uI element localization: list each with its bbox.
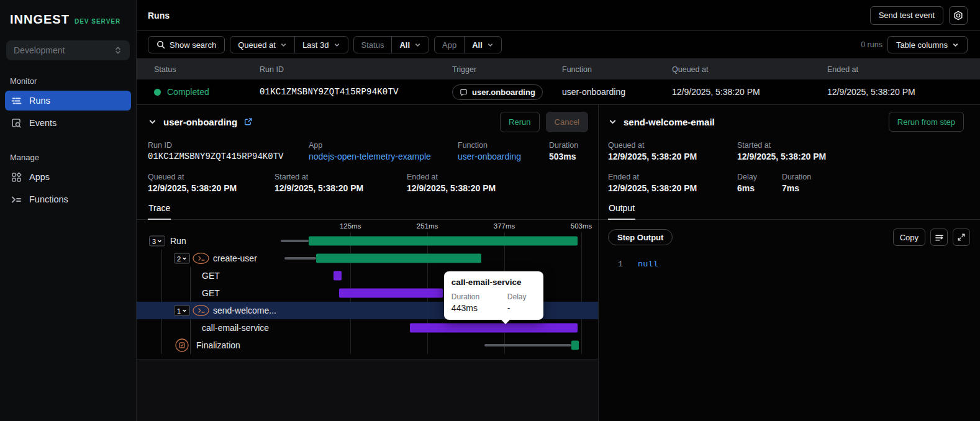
span-duration-bar[interactable] (339, 289, 443, 298)
search-icon (157, 40, 165, 49)
step-duration-field: Duration 7ms (782, 173, 970, 193)
app-field: App nodejs-open-telemetry-example (309, 141, 458, 161)
trace-row-run[interactable]: 3 Run (137, 232, 598, 250)
app-root: INNGEST DEV SERVER Development Monitor R… (0, 0, 980, 421)
status-dot-completed (154, 89, 161, 96)
output-toolbar: Step Output Copy (599, 220, 980, 246)
collapse-count-badge[interactable]: 3 (149, 236, 165, 247)
axis-tick-label: 503ms (571, 222, 592, 230)
environment-select[interactable]: Development (6, 40, 130, 60)
tooltip-duration-value: 443ms (451, 303, 507, 313)
collapse-count-badge[interactable]: 2 (174, 253, 190, 264)
show-search-button[interactable]: Show search (148, 36, 225, 53)
chevron-down-icon (182, 308, 187, 313)
started-at-field: Started at 12/9/2025, 5:38:20 PM (274, 173, 407, 193)
expand-button[interactable] (953, 229, 970, 246)
step-queued-at-field: Queued at 12/9/2025, 5:38:20 PM (608, 141, 737, 161)
axis-tick-label: 125ms (340, 222, 361, 230)
chevron-down-icon (414, 42, 421, 48)
runs-icon (11, 96, 22, 106)
function-link[interactable]: user-onboarding (458, 152, 549, 161)
tooltip-delay-value: - (507, 303, 536, 313)
runs-count: 0 runs (861, 40, 882, 49)
step-meta-row-2: Ended at 12/9/2025, 5:38:20 PM Delay 6ms… (599, 161, 980, 193)
trace-span-name: call-email-service (202, 323, 269, 333)
step-details-panel: send-welcome-email Rerun from step Queue… (598, 105, 980, 421)
step-ended-at-field: Ended at 12/9/2025, 5:38:20 PM (608, 173, 737, 193)
topbar: Runs Send test event (137, 0, 980, 31)
settings-button[interactable] (949, 6, 968, 25)
collapse-chevron-icon[interactable] (608, 117, 617, 127)
details-split: user-onboarding Rerun Cancel Run ID 01KC… (137, 105, 980, 421)
sidebar-item-label: Runs (29, 96, 50, 106)
axis-tick-label: 377ms (494, 222, 515, 230)
send-test-event-button[interactable]: Send test event (870, 6, 943, 25)
duration-field: Duration 503ms (549, 141, 588, 161)
step-output-badge: Step Output (608, 229, 673, 245)
span-duration-bar[interactable] (333, 271, 342, 281)
collapse-count-badge[interactable]: 1 (174, 306, 190, 316)
queue-delay-line (484, 344, 571, 346)
table-row[interactable]: Completed 01KC1ZMSBNY9ZQT415RP94K0TV use… (137, 79, 980, 105)
tooltip-title: call-email-service (451, 278, 536, 287)
trigger-pill[interactable]: user.onboarding (452, 84, 543, 100)
line-number: 1 (618, 260, 623, 269)
run-id-field: Run ID 01KC1ZMSBNY9ZQT415RP94K0TV (148, 141, 309, 161)
step-started-at-field: Started at 12/9/2025, 5:38:20 PM (737, 141, 970, 161)
chevron-down-icon (157, 238, 162, 243)
span-duration-bar[interactable] (410, 324, 578, 333)
trace-span-name: Run (170, 236, 186, 246)
external-link-icon[interactable] (243, 117, 253, 127)
logo-row: INNGEST DEV SERVER (0, 0, 136, 35)
status-filter-dropdown[interactable]: All (392, 37, 429, 53)
events-icon (11, 118, 22, 129)
column-header-queued-at: Queued at (672, 65, 827, 74)
queue-delay-line (284, 257, 316, 260)
span-duration-bar[interactable] (309, 237, 578, 246)
run-details-panel: user-onboarding Rerun Cancel Run ID 01KC… (137, 105, 598, 421)
collapse-chevron-icon[interactable] (148, 117, 157, 127)
column-header-status: Status (154, 65, 260, 74)
step-run-icon (193, 253, 209, 265)
inngest-logo: INNGEST (10, 12, 70, 27)
step-meta-row-1: Queued at 12/9/2025, 5:38:20 PM Started … (599, 138, 980, 161)
app-link[interactable]: nodejs-open-telemetry-example (309, 152, 458, 161)
trace-tooltip: call-email-service Duration Delay 443ms … (444, 271, 543, 320)
sidebar-item-functions[interactable]: Functions (5, 189, 131, 209)
axis-tick-label: 251ms (417, 222, 438, 230)
step-run-icon (193, 305, 209, 317)
sidebar-item-label: Events (29, 118, 57, 128)
trace-row-call-email-service[interactable]: call-email-service (137, 319, 598, 337)
chevron-down-icon (952, 42, 959, 48)
trace-axis: 125ms251ms377ms503ms (279, 220, 581, 232)
chevron-down-icon (182, 256, 187, 261)
output-value: null (638, 260, 658, 269)
queue-delay-line (281, 240, 309, 242)
app-filter-dropdown[interactable]: All (465, 37, 501, 53)
trace-panel-empty-area (137, 359, 598, 421)
rerun-from-step-button[interactable]: Rerun from step (889, 112, 964, 132)
step-details-header: send-welcome-email Rerun from step (599, 105, 980, 138)
time-field-dropdown[interactable]: Queued at (230, 37, 294, 53)
cancel-button[interactable]: Cancel (546, 112, 588, 132)
functions-icon (11, 194, 22, 205)
table-header: Status Run ID Trigger Function Queued at… (137, 59, 980, 79)
output-code[interactable]: 1 null (599, 246, 980, 269)
trace-row-finalization[interactable]: Finalization (137, 337, 598, 354)
span-duration-bar[interactable] (571, 341, 579, 350)
run-title: user-onboarding (163, 117, 237, 127)
time-range-dropdown[interactable]: Last 3d (295, 37, 348, 53)
time-filter-group: Queued at Last 3d (230, 36, 348, 53)
sidebar-item-apps[interactable]: Apps (5, 167, 131, 187)
tab-output[interactable]: Output (608, 199, 635, 220)
span-duration-bar[interactable] (316, 254, 481, 263)
column-header-function: Function (562, 65, 672, 74)
sidebar-item-runs[interactable]: Runs (5, 91, 131, 111)
copy-button[interactable]: Copy (893, 229, 925, 246)
table-columns-button[interactable]: Table columns (887, 36, 968, 53)
sidebar-item-events[interactable]: Events (5, 113, 131, 133)
tab-trace[interactable]: Trace (148, 199, 171, 220)
trace-row-create-user[interactable]: 2 create-user (137, 250, 598, 267)
rerun-button[interactable]: Rerun (500, 112, 539, 132)
word-wrap-button[interactable] (930, 229, 948, 246)
